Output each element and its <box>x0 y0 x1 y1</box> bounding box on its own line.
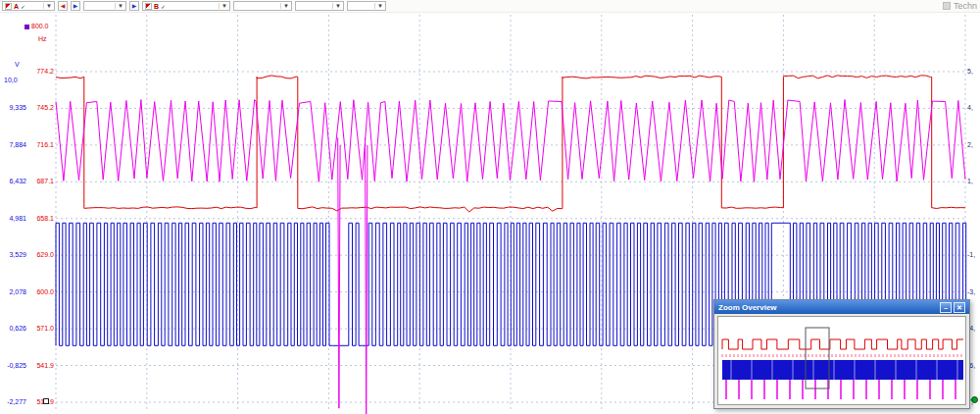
volt-tick-label: 7,884 <box>1 141 26 149</box>
freq-tick-label: 745.2 <box>28 104 54 112</box>
check-icon: ✓ <box>161 3 166 10</box>
zoom-overview-body <box>717 316 966 405</box>
channel-b-color-icon <box>145 3 152 10</box>
right-tick-label: 4, <box>967 104 980 112</box>
next-button[interactable]: ▶ <box>71 1 80 11</box>
volt-tick-label: 2,078 <box>1 288 26 296</box>
freq-tick-label: 629.0 <box>28 251 54 259</box>
frequency-channel-swatch-icon <box>24 25 29 29</box>
channel-b-combo[interactable]: B ✓ ▼ <box>142 1 230 11</box>
minimize-button[interactable]: – <box>940 302 952 313</box>
freq-header-value: 800.0 <box>31 23 49 30</box>
brand-icon <box>943 2 951 10</box>
volt-tick-label: -2,277 <box>1 398 26 406</box>
right-tick-label: 5, <box>967 68 980 76</box>
chevron-down-icon: ▼ <box>374 3 383 9</box>
zoom-overview-plot[interactable] <box>718 317 967 406</box>
volt-tick-label: 3,529 <box>1 251 26 259</box>
zoom-overview-titlebar[interactable]: Zoom Overview – ✕ <box>714 300 969 314</box>
volt-header-unit: V <box>15 61 20 69</box>
toolbar-combo-1[interactable]: ▼ <box>83 1 126 11</box>
channel-b-label: B <box>154 3 159 10</box>
right-tick-label: -3, <box>967 288 980 296</box>
channel-a-color-icon <box>5 3 12 10</box>
brand-area: Techn <box>943 1 978 11</box>
brand-text: Techn <box>954 1 977 11</box>
freq-tick-label: 716.1 <box>28 141 54 149</box>
right-tick-label: 2, <box>967 141 980 149</box>
freq-tick-label: 658.1 <box>28 215 54 223</box>
chevron-down-icon: ▼ <box>43 3 52 9</box>
trigger-marker[interactable] <box>971 396 978 403</box>
volt-tick-label: 4,981 <box>1 215 26 223</box>
volt-tick-label: -0,825 <box>1 362 26 370</box>
freq-header-unit: Hz <box>38 35 47 43</box>
play-button[interactable]: ▶ <box>129 1 139 11</box>
chevron-down-icon: ▼ <box>219 3 227 9</box>
freq-tick-label: 687.1 <box>28 178 54 185</box>
volt-tick-label: 0,626 <box>1 325 26 333</box>
toolbar-combo-4[interactable]: ▼ <box>347 1 386 11</box>
scope-app-window: A ✓ ▼ ◀ ▶ ▼ ▶ B ✓ ▼ ▼ ▼ ▼ Techn <box>0 0 980 414</box>
freq-tick-label: 512.9 <box>28 398 54 406</box>
channel-a-combo[interactable]: A ✓ ▼ <box>2 1 55 11</box>
volt-tick-label: 9,335 <box>1 104 26 112</box>
zoom-overview-title: Zoom Overview <box>718 303 938 312</box>
right-tick-label: -1, <box>967 251 980 259</box>
prev-button[interactable]: ◀ <box>58 1 68 11</box>
chevron-down-icon: ▼ <box>332 3 341 9</box>
close-button[interactable]: ✕ <box>954 302 965 313</box>
channel-a-label: A <box>14 3 19 10</box>
toolbar-combo-3[interactable]: ▼ <box>295 1 344 11</box>
freq-tick-label: 541.9 <box>28 362 54 370</box>
volt-header-scale: 10,0 <box>4 77 18 84</box>
chevron-down-icon: ▼ <box>115 3 123 9</box>
toolbar-combo-2[interactable]: ▼ <box>233 1 292 11</box>
check-icon: ✓ <box>21 3 25 10</box>
freq-tick-label: 774.2 <box>28 68 54 76</box>
right-tick-label: 1, <box>967 178 980 185</box>
toolbar: A ✓ ▼ ◀ ▶ ▼ ▶ B ✓ ▼ ▼ ▼ ▼ Techn <box>0 0 980 13</box>
zoom-overview-window: Zoom Overview – ✕ <box>713 299 970 409</box>
chevron-down-icon: ▼ <box>280 3 289 9</box>
freq-tick-label: 571.0 <box>28 325 54 333</box>
freq-tick-label: 600.0 <box>28 288 54 296</box>
volt-tick-label: 6,432 <box>1 178 26 185</box>
axis-drag-handle[interactable] <box>43 398 49 404</box>
